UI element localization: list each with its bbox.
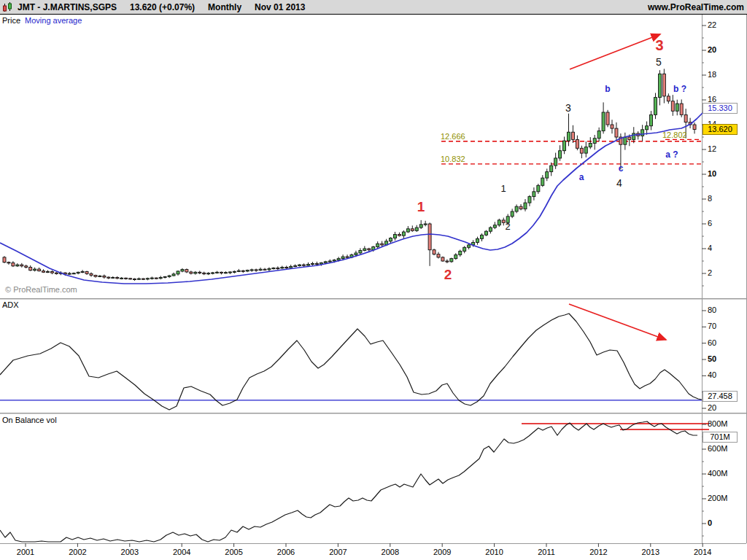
year-axis-label: 2009: [433, 548, 451, 556]
year-axis-label: 2003: [121, 548, 139, 556]
year-axis-label: 2002: [69, 548, 86, 556]
obv-axis-label: 200M: [708, 494, 728, 502]
price-axis-label: 12: [708, 144, 716, 153]
price-axis-label: 2: [708, 268, 712, 277]
year-axis-label: 2001: [17, 548, 34, 556]
price-axis-label: 8: [708, 194, 712, 203]
wave-annotation: c: [619, 164, 624, 173]
obv-value-label: 701M: [703, 432, 738, 443]
obv-axis-label: 0: [708, 518, 712, 527]
year-axis-label: 2014: [694, 548, 711, 556]
price-axis-label: 10: [708, 169, 716, 178]
prorealtime-watermark: © ProRealTime.com: [5, 285, 77, 294]
price-axis-label: 6: [708, 219, 712, 228]
year-axis-label: 2004: [173, 548, 190, 556]
obv-axis-label: 600M: [708, 444, 728, 453]
adx-axis-label: 40: [708, 370, 716, 379]
chart-canvas[interactable]: [0, 0, 747, 560]
wave-annotation: b ?: [673, 85, 686, 93]
wave-annotation: 1: [417, 200, 425, 214]
price-level-label: 10.832: [441, 155, 465, 163]
wave-annotation: a: [579, 173, 584, 182]
adx-axis-label: 20: [708, 403, 716, 412]
wave-annotation: 1: [500, 184, 506, 193]
adx-value-label: 27.458: [703, 391, 738, 402]
moving-average-indicator-label[interactable]: Moving average: [25, 16, 82, 25]
year-axis-label: 2006: [277, 548, 295, 556]
wave-annotation: 3: [655, 38, 663, 52]
obv-axis-label: 400M: [708, 469, 728, 478]
last-price-label: 13.620: [703, 124, 738, 135]
price-level-label: 12.802: [662, 131, 687, 139]
wave-annotation: 4: [616, 178, 622, 188]
prorealtime-chart-window: JMT - J.MARTINS,SGPS 13.620 (+0.07%) Mon…: [0, 0, 747, 560]
price-pane-title: PriceMoving average: [2, 16, 82, 25]
year-axis-label: 2005: [225, 548, 242, 556]
obv-pane-title[interactable]: On Balance vol: [2, 416, 57, 424]
ma-value-label: 15.330: [703, 103, 738, 114]
price-axis-label: 20: [708, 45, 716, 54]
year-axis-label: 2013: [642, 548, 659, 556]
adx-axis-label: 70: [708, 322, 716, 330]
year-axis-label: 2010: [485, 548, 503, 556]
price-level-label: 12.666: [441, 132, 465, 141]
year-axis-label: 2011: [538, 548, 555, 556]
wave-annotation: 2: [505, 222, 510, 231]
year-axis-label: 2012: [589, 548, 607, 556]
adx-axis-label: 50: [708, 354, 716, 363]
price-axis-label: 4: [708, 244, 712, 252]
adx-pane-title[interactable]: ADX: [2, 300, 19, 309]
obv-axis-label: 800M: [708, 419, 728, 428]
wave-annotation: b: [605, 85, 610, 93]
price-axis-label: 22: [708, 20, 716, 29]
year-axis-label: 2007: [329, 548, 347, 556]
wave-annotation: a ?: [665, 150, 678, 159]
wave-annotation: 5: [656, 57, 662, 67]
price-indicator-label: Price: [2, 16, 20, 25]
year-axis-label: 2008: [382, 548, 399, 556]
wave-annotation: 2: [444, 268, 452, 281]
adx-axis-label: 80: [708, 306, 716, 314]
price-axis-label: 18: [708, 70, 716, 79]
adx-axis-label: 60: [708, 338, 716, 347]
wave-annotation: 3: [565, 103, 571, 113]
